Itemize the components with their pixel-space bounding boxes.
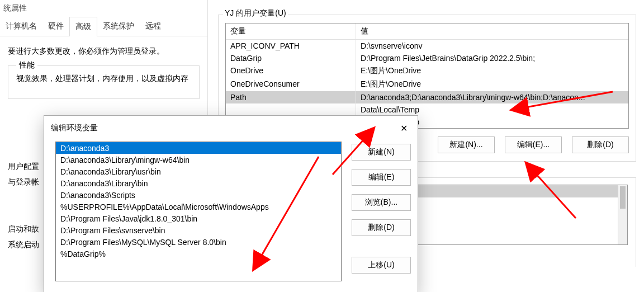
list-item[interactable]: D:\Program Files\Java\jdk1.8.0_301\bin [56, 213, 341, 224]
delete-button[interactable]: 删除(D) [352, 219, 411, 236]
browse-button[interactable]: 浏览(B)... [352, 194, 411, 211]
list-item[interactable]: %USERPROFILE%\AppData\Local\Microsoft\Wi… [56, 201, 341, 213]
tab-computer-name[interactable]: 计算机名 [0, 17, 42, 36]
delete-button[interactable]: 删除(D) [572, 136, 629, 153]
close-icon[interactable]: ✕ [393, 120, 414, 136]
tab-hardware[interactable]: 硬件 [42, 17, 69, 36]
list-item[interactable]: D:\anaconda3\Library\bin [56, 177, 341, 189]
header-value[interactable]: 值 [356, 23, 628, 39]
table-row[interactable]: DataGripD:\Program Files\JetBrains\DataG… [226, 52, 628, 64]
new-button[interactable]: 新建(N)... [438, 136, 495, 153]
user-vars-table[interactable]: 变量 值 APR_ICONV_PATHD:\svnserve\iconv Dat… [225, 23, 629, 129]
dialog-header: 编辑环境变量 ✕ [44, 116, 418, 140]
window-title: 统属性 [0, 0, 207, 17]
list-item[interactable]: D:\Program Files\MySQL\MySQL Server 8.0\… [56, 236, 341, 248]
table-row[interactable]: Data\Local\Temp [226, 103, 628, 116]
list-item[interactable]: D:\anaconda3 [56, 142, 341, 154]
path-buttons: 新建(N) 编辑(E) 浏览(B)... 删除(D) 上移(U) [352, 142, 411, 281]
perf-text: 视觉效果，处理器计划，内存使用，以及虚拟内存 [16, 74, 191, 84]
list-item[interactable]: %DataGrip% [56, 248, 341, 260]
table-row-path[interactable]: PathD:\anaconda3;D:\anaconda3\Library\mi… [226, 91, 628, 103]
user-vars-label: YJ 的用户变量(U) [223, 8, 288, 18]
table-row[interactable]: OneDriveE:\图片\OneDrive [226, 64, 628, 78]
edit-button[interactable]: 编辑(E)... [505, 136, 562, 153]
scrollbar-thumb[interactable] [620, 186, 626, 209]
dialog-title: 编辑环境变量 [51, 123, 98, 133]
edit-path-dialog: 编辑环境变量 ✕ D:\anaconda3 D:\anaconda3\Libra… [44, 115, 418, 292]
tab-advanced[interactable]: 高级 [69, 17, 97, 36]
list-item[interactable]: D:\anaconda3\Scripts [56, 189, 341, 201]
list-item[interactable]: D:\Program Files\svnserve\bin [56, 224, 341, 236]
list-item[interactable]: D:\anaconda3\Library\mingw-w64\bin [56, 154, 341, 166]
tab-protection[interactable]: 系统保护 [97, 17, 140, 36]
perf-heading: 性能 [16, 60, 37, 70]
header-name[interactable]: 变量 [226, 23, 356, 39]
edit-button[interactable]: 编辑(E) [352, 169, 411, 186]
path-list[interactable]: D:\anaconda3 D:\anaconda3\Library\mingw-… [55, 142, 342, 281]
list-item[interactable]: D:\anaconda3\Library\usr\bin [56, 166, 341, 177]
user-vars-header: 变量 值 [226, 23, 628, 40]
admin-text: 要进行大多数更改，你必须作为管理员登录。 [8, 46, 200, 56]
table-row[interactable]: APR_ICONV_PATHD:\svnserve\iconv [226, 40, 628, 52]
move-up-button[interactable]: 上移(U) [352, 257, 411, 274]
tabs: 计算机名 硬件 高级 系统保护 远程 [0, 17, 207, 36]
new-button[interactable]: 新建(N) [352, 144, 411, 161]
table-row[interactable]: OneDriveConsumerE:\图片\OneDrive [226, 78, 628, 91]
tab-remote[interactable]: 远程 [140, 17, 167, 36]
scrollbar[interactable] [618, 185, 627, 244]
